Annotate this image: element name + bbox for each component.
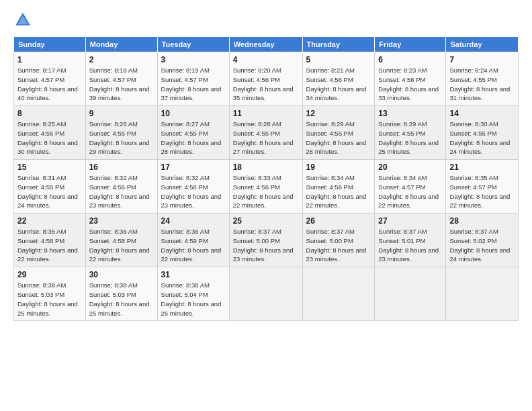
sunrise-label: Sunrise: 8:27 AM: [161, 120, 210, 128]
sunset-label: Sunset: 4:58 PM: [17, 237, 64, 244]
sunset-label: Sunset: 4:55 PM: [378, 130, 425, 137]
daylight-label: Daylight: 8 hours and 24 minutes.: [449, 139, 510, 156]
calendar-cell: 21 Sunrise: 8:35 AM Sunset: 4:57 PM Dayl…: [446, 160, 519, 214]
daylight-label: Daylight: 8 hours and 26 minutes.: [306, 139, 367, 156]
day-info: Sunrise: 8:32 AM Sunset: 4:56 PM Dayligh…: [161, 173, 226, 210]
calendar-cell: 11 Sunrise: 8:28 AM Sunset: 4:55 PM Dayl…: [229, 106, 302, 160]
daylight-label: Daylight: 8 hours and 37 minutes.: [161, 85, 222, 102]
daylight-label: Daylight: 8 hours and 23 minutes.: [378, 246, 439, 263]
calendar-table: SundayMondayTuesdayWednesdayThursdayFrid…: [13, 36, 519, 321]
sunrise-label: Sunrise: 8:37 AM: [449, 228, 498, 235]
day-number: 14: [449, 109, 515, 118]
daylight-label: Daylight: 8 hours and 33 minutes.: [378, 85, 439, 102]
day-number: 28: [449, 216, 515, 226]
daylight-label: Daylight: 8 hours and 22 minutes.: [161, 246, 222, 263]
calendar-cell: 14 Sunrise: 8:30 AM Sunset: 4:55 PM Dayl…: [446, 106, 519, 160]
sunset-label: Sunset: 4:57 PM: [378, 183, 425, 191]
calendar-cell: 8 Sunrise: 8:25 AM Sunset: 4:55 PM Dayli…: [14, 106, 86, 160]
day-number: 3: [161, 55, 226, 64]
day-number: 13: [378, 109, 442, 118]
sunrise-label: Sunrise: 8:37 AM: [306, 228, 355, 235]
day-number: 21: [449, 163, 515, 172]
logo: [13, 11, 35, 30]
day-info: Sunrise: 8:24 AM Sunset: 4:55 PM Dayligh…: [449, 66, 515, 103]
calendar-week-row: 15 Sunrise: 8:31 AM Sunset: 4:55 PM Dayl…: [14, 160, 519, 214]
sunrise-label: Sunrise: 8:32 AM: [161, 174, 210, 181]
day-number: 29: [17, 270, 82, 279]
weekday-header-monday: Monday: [85, 37, 157, 52]
day-number: 27: [378, 216, 442, 226]
sunrise-label: Sunrise: 8:29 AM: [306, 120, 355, 128]
day-info: Sunrise: 8:21 AM Sunset: 4:56 PM Dayligh…: [306, 66, 371, 103]
daylight-label: Daylight: 8 hours and 30 minutes.: [17, 139, 78, 156]
day-info: Sunrise: 8:37 AM Sunset: 5:01 PM Dayligh…: [378, 227, 442, 264]
sunrise-label: Sunrise: 8:33 AM: [233, 174, 281, 181]
calendar-cell: 23 Sunrise: 8:36 AM Sunset: 4:58 PM Dayl…: [85, 214, 157, 267]
day-info: Sunrise: 8:38 AM Sunset: 5:03 PM Dayligh…: [89, 281, 154, 318]
daylight-label: Daylight: 8 hours and 31 minutes.: [449, 85, 510, 102]
sunrise-label: Sunrise: 8:35 AM: [449, 174, 498, 181]
day-info: Sunrise: 8:38 AM Sunset: 5:03 PM Dayligh…: [17, 281, 82, 318]
day-info: Sunrise: 8:25 AM Sunset: 4:55 PM Dayligh…: [17, 120, 82, 156]
weekday-header-wednesday: Wednesday: [229, 37, 302, 52]
daylight-label: Daylight: 8 hours and 26 minutes.: [161, 300, 222, 317]
day-info: Sunrise: 8:31 AM Sunset: 4:55 PM Dayligh…: [17, 173, 82, 210]
calendar-cell: [375, 267, 446, 321]
day-number: 20: [378, 163, 442, 172]
sunset-label: Sunset: 4:56 PM: [89, 183, 136, 191]
day-info: Sunrise: 8:28 AM Sunset: 4:55 PM Dayligh…: [233, 120, 299, 156]
calendar-cell: 9 Sunrise: 8:26 AM Sunset: 4:55 PM Dayli…: [85, 106, 157, 160]
sunset-label: Sunset: 4:55 PM: [449, 76, 496, 83]
sunset-label: Sunset: 4:56 PM: [306, 76, 353, 83]
day-info: Sunrise: 8:34 AM Sunset: 4:56 PM Dayligh…: [306, 173, 371, 210]
day-info: Sunrise: 8:32 AM Sunset: 4:56 PM Dayligh…: [89, 173, 154, 210]
calendar-cell: [229, 267, 302, 321]
day-number: 11: [233, 109, 299, 118]
day-number: 6: [378, 55, 442, 64]
day-info: Sunrise: 8:27 AM Sunset: 4:55 PM Dayligh…: [161, 120, 226, 156]
calendar-cell: 6 Sunrise: 8:23 AM Sunset: 4:56 PM Dayli…: [375, 52, 446, 106]
calendar-cell: 17 Sunrise: 8:32 AM Sunset: 4:56 PM Dayl…: [157, 160, 229, 214]
day-number: 4: [233, 55, 299, 64]
day-number: 31: [161, 270, 226, 279]
daylight-label: Daylight: 8 hours and 25 minutes.: [89, 300, 150, 317]
day-info: Sunrise: 8:37 AM Sunset: 5:00 PM Dayligh…: [233, 227, 299, 264]
sunrise-label: Sunrise: 8:32 AM: [89, 174, 138, 181]
sunrise-label: Sunrise: 8:24 AM: [449, 66, 498, 74]
sunset-label: Sunset: 4:56 PM: [161, 183, 208, 191]
day-info: Sunrise: 8:29 AM Sunset: 4:55 PM Dayligh…: [378, 120, 442, 156]
sunset-label: Sunset: 4:56 PM: [233, 76, 280, 83]
sunrise-label: Sunrise: 8:29 AM: [378, 120, 427, 128]
calendar-cell: 30 Sunrise: 8:38 AM Sunset: 5:03 PM Dayl…: [85, 267, 157, 321]
sunrise-label: Sunrise: 8:35 AM: [17, 228, 66, 235]
sunset-label: Sunset: 5:03 PM: [89, 291, 136, 298]
calendar-cell: 16 Sunrise: 8:32 AM Sunset: 4:56 PM Dayl…: [85, 160, 157, 214]
calendar-cell: 22 Sunrise: 8:35 AM Sunset: 4:58 PM Dayl…: [14, 214, 86, 267]
day-info: Sunrise: 8:37 AM Sunset: 5:02 PM Dayligh…: [449, 227, 515, 264]
calendar-cell: 4 Sunrise: 8:20 AM Sunset: 4:56 PM Dayli…: [229, 52, 302, 106]
weekday-header-saturday: Saturday: [446, 37, 519, 52]
daylight-label: Daylight: 8 hours and 23 minutes.: [233, 246, 294, 263]
calendar-cell: 28 Sunrise: 8:37 AM Sunset: 5:02 PM Dayl…: [446, 214, 519, 267]
sunset-label: Sunset: 5:00 PM: [233, 237, 280, 244]
sunrise-label: Sunrise: 8:25 AM: [17, 120, 66, 128]
calendar-cell: 31 Sunrise: 8:38 AM Sunset: 5:04 PM Dayl…: [157, 267, 229, 321]
day-number: 24: [161, 216, 226, 226]
day-number: 23: [89, 216, 154, 226]
daylight-label: Daylight: 8 hours and 40 minutes.: [17, 85, 78, 102]
day-info: Sunrise: 8:23 AM Sunset: 4:56 PM Dayligh…: [378, 66, 442, 103]
day-info: Sunrise: 8:36 AM Sunset: 4:58 PM Dayligh…: [89, 227, 154, 264]
sunrise-label: Sunrise: 8:26 AM: [89, 120, 138, 128]
daylight-label: Daylight: 8 hours and 22 minutes.: [449, 193, 510, 210]
sunset-label: Sunset: 5:01 PM: [378, 237, 425, 244]
daylight-label: Daylight: 8 hours and 22 minutes.: [306, 193, 367, 210]
day-info: Sunrise: 8:36 AM Sunset: 4:59 PM Dayligh…: [161, 227, 226, 264]
sunrise-label: Sunrise: 8:38 AM: [89, 281, 138, 289]
day-info: Sunrise: 8:19 AM Sunset: 4:57 PM Dayligh…: [161, 66, 226, 103]
sunset-label: Sunset: 4:56 PM: [378, 76, 425, 83]
daylight-label: Daylight: 8 hours and 23 minutes.: [161, 193, 222, 210]
sunrise-label: Sunrise: 8:37 AM: [378, 228, 427, 235]
calendar-week-row: 1 Sunrise: 8:17 AM Sunset: 4:57 PM Dayli…: [14, 52, 519, 106]
calendar-cell: [446, 267, 519, 321]
daylight-label: Daylight: 8 hours and 22 minutes.: [233, 193, 294, 210]
